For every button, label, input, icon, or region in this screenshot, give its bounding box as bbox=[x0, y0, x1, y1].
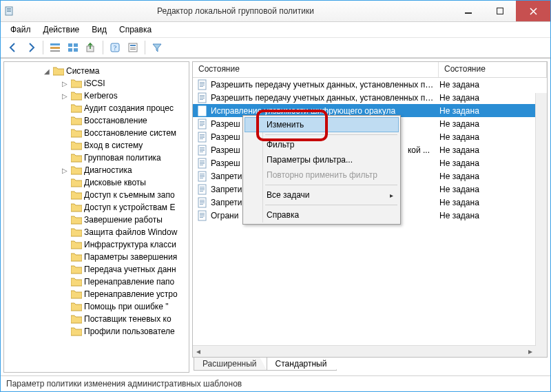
close-button[interactable] bbox=[516, 1, 550, 21]
context-filter[interactable]: Фильтр bbox=[245, 137, 399, 152]
tab-extended[interactable]: Расширенный bbox=[194, 358, 267, 371]
policy-name-suffix: кой ... bbox=[408, 145, 434, 155]
tree-node[interactable]: Защита файлов Window bbox=[4, 226, 189, 238]
context-reapply-filter: Повторно применить фильтр bbox=[245, 167, 399, 183]
column-state[interactable]: Состояние bbox=[439, 62, 547, 77]
policy-row[interactable]: Разрешить передачу учетных данных, устан… bbox=[193, 78, 536, 91]
tree-node[interactable]: Завершение работы bbox=[4, 214, 189, 226]
folder-icon bbox=[71, 165, 82, 175]
menu-help[interactable]: Справка bbox=[114, 23, 157, 36]
tree-label: Восстановление систем bbox=[84, 128, 176, 138]
scroll-right-icon[interactable]: ▸ bbox=[525, 346, 536, 357]
tree-label: Передача учетных данн bbox=[84, 265, 176, 274]
tree-label: Защита файлов Window bbox=[84, 227, 177, 237]
tree-node[interactable]: ▷Kerberos bbox=[4, 90, 189, 102]
svg-rect-26 bbox=[200, 95, 205, 96]
folder-icon bbox=[71, 252, 82, 262]
column-name[interactable]: Состояние bbox=[193, 62, 439, 77]
svg-rect-37 bbox=[200, 123, 205, 123]
svg-rect-9 bbox=[68, 43, 72, 47]
collapse-icon[interactable]: ◢ bbox=[43, 68, 51, 75]
tree-node[interactable]: Перенаправление устро bbox=[4, 288, 189, 300]
context-menu: Изменить Фильтр Параметры фильтра... Пов… bbox=[242, 115, 401, 225]
tab-standard[interactable]: Стандартный bbox=[267, 358, 337, 371]
main-body: ◢ Система ▷iSCSI▷KerberosАудит создания … bbox=[1, 58, 550, 375]
svg-rect-5 bbox=[497, 8, 503, 14]
svg-rect-71 bbox=[200, 213, 205, 214]
scroll-left-icon[interactable]: ◂ bbox=[193, 346, 204, 357]
folder-icon bbox=[71, 265, 82, 274]
details-view-icon[interactable] bbox=[47, 39, 63, 56]
context-help[interactable]: Справка bbox=[245, 207, 399, 223]
expand-icon[interactable]: ▷ bbox=[61, 80, 69, 87]
context-filter-params[interactable]: Параметры фильтра... bbox=[245, 152, 399, 167]
svg-rect-22 bbox=[200, 83, 205, 84]
svg-rect-59 bbox=[200, 178, 203, 178]
properties-icon[interactable] bbox=[125, 39, 141, 56]
tree-node[interactable]: Помощь при ошибке " bbox=[4, 300, 189, 313]
policy-state: Не задана bbox=[434, 119, 536, 129]
export-icon[interactable] bbox=[83, 39, 99, 56]
policy-icon bbox=[197, 171, 208, 182]
policy-state: Не задана bbox=[434, 185, 536, 194]
policy-name: Разрешить передачу учетных данных, устан… bbox=[211, 93, 434, 103]
tree-node[interactable]: Инфраструктура класси bbox=[4, 238, 189, 251]
tree-node[interactable]: Вход в систему bbox=[4, 139, 189, 152]
tree-node[interactable]: Доступ к устройствам E bbox=[4, 201, 189, 214]
expand-icon[interactable]: ▷ bbox=[61, 92, 69, 100]
vertical-scrollbar[interactable] bbox=[535, 93, 547, 346]
context-reapply-label: Повторно применить фильтр bbox=[267, 170, 377, 180]
tree-node[interactable]: Восстановление bbox=[4, 114, 189, 127]
forward-button[interactable] bbox=[23, 39, 39, 56]
back-button[interactable] bbox=[5, 39, 21, 56]
tree-node[interactable]: ▷iSCSI bbox=[4, 77, 189, 90]
tree-node[interactable]: Восстановление систем bbox=[4, 127, 189, 139]
filter-icon[interactable] bbox=[149, 39, 165, 56]
maximize-button[interactable] bbox=[484, 1, 516, 21]
tree-label: Поставщик теневых ко bbox=[84, 314, 171, 324]
titlebar: Редактор локальной групповой политики bbox=[1, 1, 550, 22]
tree-node[interactable]: ▷Диагностика bbox=[4, 164, 189, 176]
svg-rect-69 bbox=[200, 204, 203, 205]
svg-rect-31 bbox=[200, 108, 205, 109]
policy-icon bbox=[197, 132, 208, 143]
policy-state: Не задана bbox=[434, 172, 536, 181]
menu-action[interactable]: Действие bbox=[38, 23, 85, 36]
expand-icon[interactable]: ▷ bbox=[61, 167, 69, 174]
minimize-button[interactable] bbox=[453, 1, 484, 21]
tree-node-system[interactable]: ◢ Система bbox=[4, 65, 189, 77]
tree-pane: ◢ Система ▷iSCSI▷KerberosАудит создания … bbox=[3, 61, 189, 373]
context-all-tasks[interactable]: Все задачи bbox=[245, 187, 399, 203]
tree-node[interactable]: Групповая политика bbox=[4, 152, 189, 164]
policy-list: Состояние Состояние Разрешить передачу у… bbox=[192, 61, 548, 358]
tree-label: Помощь при ошибке " bbox=[84, 302, 168, 311]
svg-rect-39 bbox=[200, 125, 203, 126]
tree-node[interactable]: Профили пользователе bbox=[4, 325, 189, 338]
scroll-track[interactable] bbox=[204, 346, 525, 357]
svg-rect-53 bbox=[200, 163, 205, 164]
tree-node[interactable]: Передача учетных данн bbox=[4, 263, 189, 276]
context-all-tasks-label: Все задачи bbox=[267, 190, 310, 200]
tree-label: Kerberos bbox=[84, 91, 118, 101]
tree-node[interactable]: Дисковые квоты bbox=[4, 176, 189, 189]
svg-rect-58 bbox=[200, 176, 205, 177]
policy-name: Исправление уязвимости шифрующего оракул… bbox=[211, 106, 434, 116]
toolbar: ? bbox=[1, 38, 550, 58]
tree-node[interactable]: Доступ к съемным запо bbox=[4, 189, 189, 201]
policy-row[interactable]: Разрешить передачу учетных данных, устан… bbox=[193, 91, 536, 104]
tree-node[interactable]: Поставщик теневых ко bbox=[4, 313, 189, 325]
context-filter-params-label: Параметры фильтра... bbox=[267, 155, 353, 165]
horizontal-scrollbar[interactable]: ◂ ▸ bbox=[193, 345, 536, 357]
list-view-icon[interactable] bbox=[65, 39, 81, 56]
policy-state: Не задана bbox=[434, 211, 536, 220]
tree-node[interactable]: Параметры завершения bbox=[4, 251, 189, 263]
tree-node[interactable]: Перенаправление папо bbox=[4, 276, 189, 288]
menu-file[interactable]: Файл bbox=[5, 23, 37, 36]
svg-rect-4 bbox=[465, 12, 472, 14]
tree-node[interactable]: Аудит создания процес bbox=[4, 102, 189, 114]
gpedit-window: Редактор локальной групповой политики Фа… bbox=[0, 0, 551, 392]
menu-view[interactable]: Вид bbox=[86, 23, 112, 36]
help-icon[interactable]: ? bbox=[107, 39, 123, 56]
policy-icon bbox=[197, 197, 208, 208]
context-edit[interactable]: Изменить bbox=[245, 117, 399, 132]
